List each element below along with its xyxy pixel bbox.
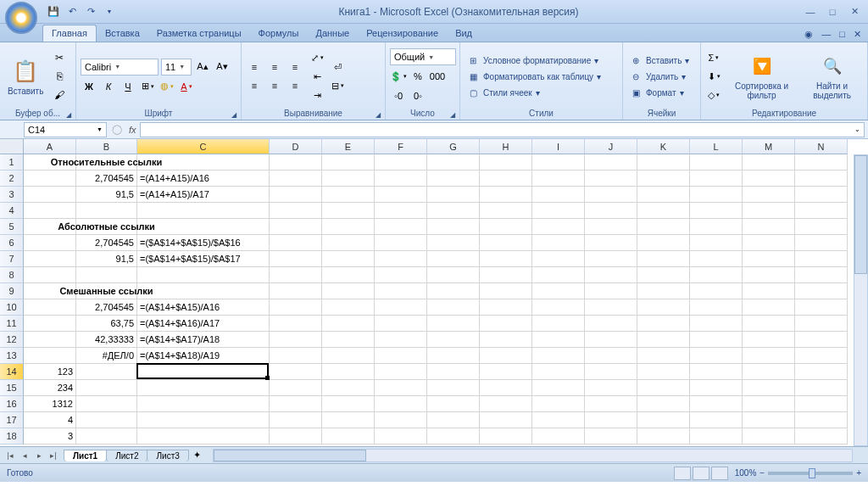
row-header-8[interactable]: 8 [0,267,24,283]
cell-J17[interactable] [585,412,637,428]
col-header-F[interactable]: F [375,139,427,154]
cell-I16[interactable] [532,396,585,412]
cell-C13[interactable]: =(A$14+$A18)/A19 [137,348,270,364]
orientation-icon[interactable]: ⤢ [309,49,326,66]
cell-H8[interactable] [480,267,532,283]
number-format-combo[interactable]: Общий▼ [390,48,456,65]
cell-K16[interactable] [637,396,690,412]
cell-B13[interactable]: #ДЕЛ/0 [76,348,137,364]
cell-D14[interactable] [270,364,322,380]
col-header-G[interactable]: G [427,139,480,154]
col-header-L[interactable]: L [690,139,743,154]
cell-D2[interactable] [270,171,322,187]
cell-F12[interactable] [375,332,427,348]
cell-G18[interactable] [427,428,480,444]
clear-icon[interactable]: ◇ [705,87,722,103]
font-color-icon[interactable]: A [178,78,195,95]
italic-icon[interactable]: К [100,78,117,95]
doc-minimize-icon[interactable]: — [820,27,832,42]
cell-D13[interactable] [270,348,322,364]
cell-B8[interactable] [76,267,137,283]
sheet-tab-2[interactable]: Лист2 [106,450,147,461]
cell-H13[interactable] [480,348,532,364]
format-painter-icon[interactable]: 🖌 [50,87,69,103]
cell-G8[interactable] [427,267,480,283]
cell-E3[interactable] [322,187,375,203]
cell-E12[interactable] [322,332,375,348]
sort-filter-button[interactable]: 🔽 Сортировка и фильтр [726,51,798,102]
cell-I17[interactable] [532,412,585,428]
cell-K18[interactable] [637,428,690,444]
prev-sheet-icon[interactable]: ◂ [18,451,31,460]
cell-C6[interactable]: =($A$14+$A$15)/$A$16 [137,235,270,251]
cell-C9[interactable] [137,283,270,299]
cell-D9[interactable] [270,283,322,299]
cell-K1[interactable] [637,154,690,171]
cell-M14[interactable] [743,364,795,380]
tab-view[interactable]: Вид [447,25,481,42]
cell-N11[interactable] [795,316,848,332]
sheet-tab-3[interactable]: Лист3 [147,450,188,461]
increase-decimal-icon[interactable]: ◦0 [390,87,407,104]
cell-A15[interactable]: 234 [24,380,76,396]
cell-L12[interactable] [690,332,743,348]
cell-F14[interactable] [375,364,427,380]
cell-N10[interactable] [795,299,848,316]
cell-L9[interactable] [690,283,743,299]
row-header-5[interactable]: 5 [0,219,24,235]
cell-K5[interactable] [637,219,690,235]
align-center-icon[interactable]: ≡ [266,77,283,94]
cell-E16[interactable] [322,396,375,412]
cell-C18[interactable] [137,428,270,444]
cell-J14[interactable] [585,364,637,380]
cell-M11[interactable] [743,316,795,332]
cell-B10[interactable]: 2,704545 [76,299,137,316]
zoom-slider[interactable] [768,472,853,475]
bold-icon[interactable]: Ж [81,78,97,95]
align-top-icon[interactable]: ≡ [246,59,263,75]
cell-G2[interactable] [427,171,480,187]
copy-icon[interactable]: ⎘ [50,68,69,85]
cell-K7[interactable] [637,251,690,267]
cell-H5[interactable] [480,219,532,235]
row-header-9[interactable]: 9 [0,283,24,299]
help-icon[interactable]: ◉ [803,27,815,42]
row-header-12[interactable]: 12 [0,332,24,348]
cell-G12[interactable] [427,332,480,348]
cell-J18[interactable] [585,428,637,444]
align-left-icon[interactable]: ≡ [246,77,263,94]
tab-insert[interactable]: Вставка [97,25,148,42]
cell-J1[interactable] [585,154,637,171]
cell-A6[interactable] [24,235,76,251]
cell-D16[interactable] [270,396,322,412]
cell-L2[interactable] [690,171,743,187]
cell-M13[interactable] [743,348,795,364]
cell-H14[interactable] [480,364,532,380]
cell-L18[interactable] [690,428,743,444]
cell-K6[interactable] [637,235,690,251]
cell-E8[interactable] [322,267,375,283]
cell-L5[interactable] [690,219,743,235]
zoom-in-icon[interactable]: + [856,468,861,478]
cell-N7[interactable] [795,251,848,267]
cell-D6[interactable] [270,235,322,251]
percent-icon[interactable]: % [409,68,426,85]
cell-G16[interactable] [427,396,480,412]
row-header-13[interactable]: 13 [0,348,24,364]
cell-E1[interactable] [322,154,375,171]
row-header-15[interactable]: 15 [0,380,24,396]
col-header-J[interactable]: J [585,139,637,154]
select-all-corner[interactable] [0,139,24,154]
cell-G9[interactable] [427,283,480,299]
cell-A11[interactable] [24,316,76,332]
cell-N5[interactable] [795,219,848,235]
office-button[interactable] [5,2,37,34]
cell-K8[interactable] [637,267,690,283]
cell-I4[interactable] [532,203,585,219]
row-header-14[interactable]: 14 [0,364,24,380]
cell-styles-button[interactable]: ▢Стили ячеек ▾ [465,85,603,100]
cell-K9[interactable] [637,283,690,299]
cell-A14[interactable]: 123 [24,364,76,380]
cell-N6[interactable] [795,235,848,251]
cell-L6[interactable] [690,235,743,251]
